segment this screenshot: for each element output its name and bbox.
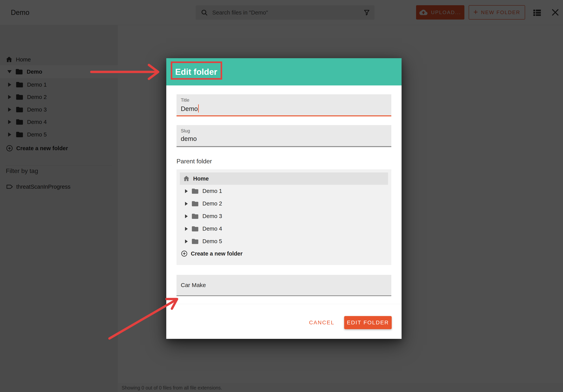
chevron-right-icon[interactable] <box>185 189 188 193</box>
tree-item-demo2[interactable]: Demo 2 <box>177 197 391 210</box>
car-make-label: Car Make <box>181 282 206 288</box>
edit-folder-submit-button[interactable]: EDIT FOLDER <box>344 316 392 329</box>
tree-item-demo5[interactable]: Demo 5 <box>177 235 391 248</box>
create-folder-label: Create a new folder <box>191 251 243 257</box>
title-field[interactable]: Title Demo <box>177 94 391 116</box>
slug-field[interactable]: Slug demo <box>177 125 391 147</box>
folder-icon <box>191 200 199 208</box>
chevron-right-icon[interactable] <box>185 240 188 243</box>
title-field-label: Title <box>181 97 189 103</box>
edit-folder-modal: Edit folder Title Demo Slug demo Parent … <box>166 58 402 339</box>
tree-item-label: Demo 3 <box>203 213 222 219</box>
chevron-right-icon[interactable] <box>185 227 188 231</box>
footer-divider <box>166 304 402 304</box>
title-field-value[interactable]: Demo <box>181 104 199 113</box>
slug-field-value[interactable]: demo <box>181 135 197 142</box>
tree-item-demo4[interactable]: Demo 4 <box>177 223 391 235</box>
add-circle-icon <box>181 250 188 257</box>
parent-folder-heading: Parent folder <box>177 158 212 165</box>
slug-field-label: Slug <box>181 128 190 134</box>
chevron-right-icon[interactable] <box>185 214 188 218</box>
tree-item-label: Home <box>193 176 209 182</box>
tree-item-label: Demo 4 <box>203 226 222 232</box>
tree-item-label: Demo 5 <box>203 238 222 244</box>
modal-header: Edit folder <box>166 58 402 85</box>
tree-item-label: Demo 1 <box>203 188 222 194</box>
cancel-button[interactable]: CANCEL <box>307 319 336 326</box>
modal-footer: CANCEL EDIT FOLDER <box>307 316 392 329</box>
folder-icon <box>191 238 199 245</box>
tree-create-folder[interactable]: Create a new folder <box>177 248 391 260</box>
chevron-right-icon[interactable] <box>185 202 188 206</box>
tree-item-home-selected[interactable]: Home <box>180 172 388 185</box>
car-make-select[interactable]: Car Make <box>177 275 391 296</box>
text-cursor <box>198 104 199 113</box>
folder-icon <box>191 187 199 195</box>
modal-title: Edit folder <box>175 58 217 85</box>
folder-icon <box>191 225 199 233</box>
tree-item-label: Demo 2 <box>203 201 222 207</box>
tree-item-demo3[interactable]: Demo 3 <box>177 210 391 223</box>
parent-folder-tree: Home Demo 1 Demo 2 Demo 3 Demo 4 Demo 5 <box>177 169 391 265</box>
folder-icon <box>191 213 199 220</box>
home-icon <box>183 175 190 182</box>
tree-item-demo1[interactable]: Demo 1 <box>177 185 391 197</box>
